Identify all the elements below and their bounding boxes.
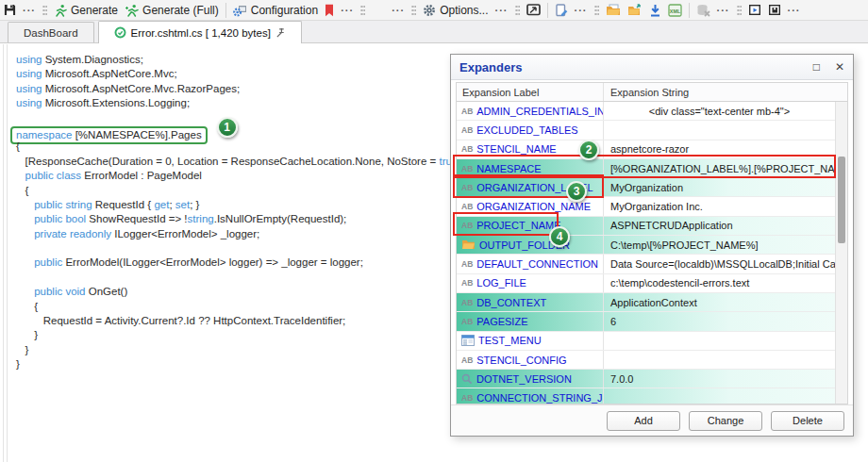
expanders-titlebar[interactable]: Expanders □ ✕: [451, 55, 853, 80]
annotation-badge-1: 1: [217, 117, 238, 138]
overflow-menu-icon[interactable]: ···: [495, 5, 509, 16]
xml-file-icon[interactable]: XML: [668, 4, 682, 17]
expander-row[interactable]: OUTPUT_FOLDERC:\temp\[%PROJECT_NAME%]: [457, 236, 835, 255]
column-header-expansion-string[interactable]: Expansion String: [604, 87, 847, 98]
main-toolbar: ··· Generate Generate (Full) Configurati…: [0, 0, 868, 21]
expansion-string: ApplicationContext: [604, 293, 835, 311]
export-folder-icon[interactable]: [627, 4, 643, 16]
folder-icon: [461, 239, 476, 250]
code-line: using Microsoft.AspNetCore.Mvc.RazorPage…: [16, 82, 464, 96]
expander-row[interactable]: ABEXCLUDED_TABLES: [457, 121, 835, 140]
expander-row[interactable]: ABDB_CONTEXTApplicationContext: [457, 293, 835, 312]
expansion-table: Expansion Label Expansion String ABADMIN…: [456, 82, 848, 404]
download-icon[interactable]: [649, 4, 661, 17]
tab-label: DashBoard: [24, 27, 78, 39]
overflow-menu-icon[interactable]: ···: [341, 5, 354, 16]
expansion-label: TEST_MENU: [478, 335, 542, 346]
close-icon[interactable]: ✕: [835, 60, 844, 74]
label-cell: DOTNET_VERSION: [457, 370, 604, 388]
pin-icon[interactable]: [275, 27, 286, 38]
expander-row[interactable]: ABORGANIZATION_LABELMyOrganization: [457, 178, 835, 197]
expansion-string: [%ORGANIZATION_LABEL%].[%PROJECT_NAME%]: [604, 159, 835, 177]
toolbar-separator: [547, 3, 548, 18]
expansion-label: ADMIN_CREDENTIALS_INFO: [476, 106, 604, 117]
overflow-menu-icon[interactable]: ···: [23, 5, 36, 16]
maximize-icon[interactable]: □: [813, 60, 820, 74]
expander-row[interactable]: ABSTENCIL_CONFIG: [457, 351, 835, 370]
expansion-label: DOTNET_VERSION: [476, 373, 572, 385]
ab-type-icon: AB: [461, 144, 473, 154]
expander-row[interactable]: ABCONNECTION_STRING_JSON: [457, 388, 835, 404]
code-line: [16, 271, 464, 285]
bookmark-icon[interactable]: [325, 4, 334, 17]
expander-row[interactable]: ABPROJECT_NAMEASPNETCRUDApplication: [457, 217, 835, 236]
annotation-badge-3: 3: [566, 181, 587, 202]
run-window-icon[interactable]: [748, 4, 761, 16]
scrollbar-thumb[interactable]: [838, 157, 845, 243]
screen-cast-icon[interactable]: [526, 4, 541, 16]
code-line: RequestId = Activity.Current?.Id ?? Http…: [16, 314, 464, 328]
toolbar-grip-handle[interactable]: [411, 5, 416, 15]
code-line: using Microsoft.Extensions.Logging;: [16, 96, 464, 110]
expansion-string: <div class="text-center mb-4">: [604, 102, 835, 120]
label-cell: ABADMIN_CREDENTIALS_INFO: [457, 102, 604, 120]
code-lines: using System.Diagnostics;using Microsoft…: [16, 53, 464, 372]
save-icon[interactable]: [4, 4, 16, 16]
toolbar-grip-handle[interactable]: [594, 5, 599, 15]
search-icon: [461, 373, 473, 385]
toolbar-grip-handle[interactable]: [737, 5, 742, 15]
overflow-menu-icon[interactable]: ···: [575, 5, 588, 16]
label-cell: ABPAGESIZE: [457, 312, 604, 330]
toolbar-grip-handle[interactable]: [42, 5, 47, 15]
database-disconnect-icon: [696, 4, 710, 17]
menu-icon: [461, 335, 475, 346]
toolbar-grip-handle[interactable]: [515, 5, 520, 15]
expansion-string: c:\temp\codestencil-errors.text: [604, 274, 835, 292]
toolbar-grip-handle[interactable]: [360, 5, 365, 15]
column-header-expansion-label[interactable]: Expansion Label: [457, 83, 604, 101]
expansion-string: MyOrganization: [604, 178, 835, 196]
overflow-menu-icon[interactable]: ···: [717, 5, 730, 16]
namespace-highlight-box: namespace [%NAMESPACE%].Pages: [10, 126, 208, 144]
delete-button[interactable]: Delete: [771, 411, 844, 431]
expansion-string: ASPNETCRUDApplication: [604, 217, 835, 235]
overflow-menu-icon[interactable]: ···: [788, 5, 801, 16]
change-button[interactable]: Change: [689, 411, 762, 431]
expander-row[interactable]: ABORGANIZATION_NAMEMyOrganization Inc.: [457, 197, 835, 216]
expansion-label: EXCLUDED_TABLES: [476, 124, 577, 136]
table-header: Expansion Label Expansion String: [457, 83, 847, 102]
expander-row[interactable]: TEST_MENU: [457, 332, 835, 351]
expander-row[interactable]: ABSTENCIL_NAMEaspnetcore-razor: [457, 140, 835, 159]
tab-error-cshtml[interactable]: Error.cshtml.cs [ 1,420 bytes]: [98, 21, 302, 43]
panel-footer: Add Change Delete: [451, 404, 853, 436]
tab-dashboard[interactable]: DashBoard: [8, 22, 94, 42]
open-folder-icon[interactable]: [606, 4, 621, 16]
overflow-menu-icon[interactable]: ···: [392, 5, 405, 16]
configuration-button[interactable]: Configuration: [233, 4, 318, 17]
add-button[interactable]: Add: [607, 411, 680, 431]
options-gear-icon: [423, 4, 436, 17]
ab-type-icon: AB: [461, 259, 473, 269]
run-generate-icon: [54, 4, 67, 17]
expander-row[interactable]: ABADMIN_CREDENTIALS_INFO<div class="text…: [457, 102, 835, 121]
expander-row[interactable]: ABLOG_FILEc:\temp\codestencil-errors.tex…: [457, 274, 835, 293]
expander-row[interactable]: ABPAGESIZE6: [457, 312, 835, 331]
label-cell: ABDB_CONTEXT: [457, 293, 604, 311]
code-line: public string RequestId { get; set; }: [16, 198, 464, 212]
edit-page-icon[interactable]: [555, 4, 568, 17]
configuration-gear-icon: [233, 4, 247, 17]
code-line: [16, 111, 464, 125]
ab-type-icon: AB: [461, 125, 473, 135]
vertical-scrollbar[interactable]: [835, 102, 847, 404]
expander-row[interactable]: ABNAMESPACE[%ORGANIZATION_LABEL%].[%PROJ…: [457, 159, 835, 178]
generate-full-button[interactable]: Generate (Full): [125, 4, 219, 17]
options-button[interactable]: Options...: [423, 4, 488, 17]
expander-row[interactable]: DOTNET_VERSION7.0.0: [457, 370, 835, 388]
expander-row[interactable]: ABDEFAULT_CONNECTIONData Source=(localdb…: [457, 255, 835, 273]
ab-type-icon: AB: [461, 183, 473, 192]
generate-button[interactable]: Generate: [54, 4, 118, 17]
expansion-label: LOG_FILE: [476, 277, 526, 289]
save-window-icon[interactable]: [768, 4, 781, 16]
code-line: {: [16, 300, 464, 314]
expansion-string: Data Source=(localdb)\MSSQLLocalDB;Initi…: [604, 255, 835, 272]
